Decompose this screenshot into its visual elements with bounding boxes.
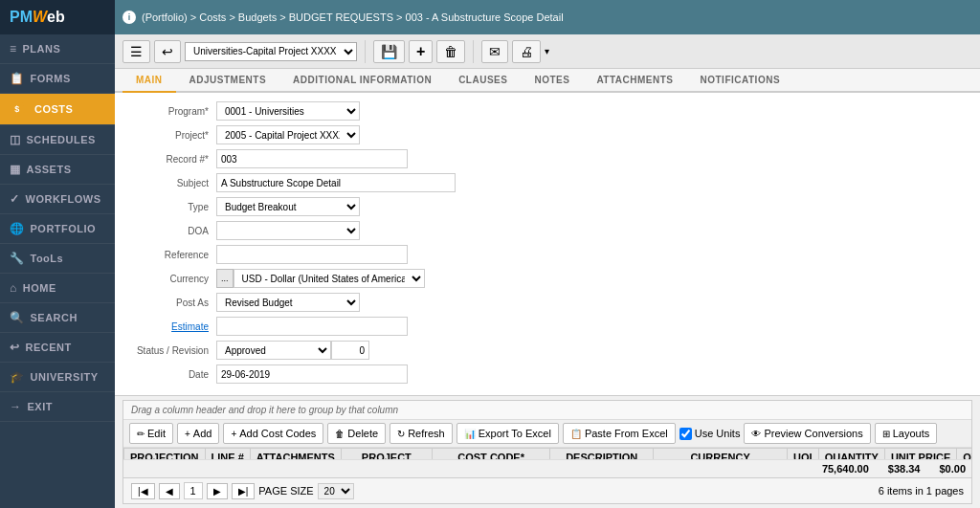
edit-button[interactable]: ✏ Edit [129, 423, 173, 444]
col-header-line[interactable]: LINE # [205, 449, 250, 460]
col-header-quantity[interactable]: QUANTITY [818, 449, 884, 460]
sidebar-item-label: HOME [23, 282, 56, 294]
paste-excel-button[interactable]: 📋 Paste From Excel [563, 423, 676, 444]
sidebar-item-costs[interactable]: $ COSTS [0, 94, 115, 125]
program-row: Program* 0001 - Universities [130, 100, 965, 121]
sidebar-item-plans[interactable]: PLANS [0, 34, 115, 64]
sidebar-item-label: COSTS [34, 103, 73, 115]
sidebar-item-recent[interactable]: ↩ RECENT [0, 333, 115, 363]
subject-row: Subject [130, 172, 965, 193]
col-header-uoi[interactable]: UOI [788, 449, 819, 460]
save-button[interactable]: 💾 [373, 40, 405, 63]
costs-icon: $ [10, 101, 25, 117]
sidebar-item-assets[interactable]: ▦ ASSETS [0, 155, 115, 185]
col-header-ownersbudget[interactable]: OWNER'S BUDGET [957, 449, 971, 460]
unit-price-total: $38.34 [888, 463, 921, 475]
tab-attachments[interactable]: ATTACHMENTS [583, 69, 686, 93]
sidebar-item-schedules[interactable]: ◫ SCHEDULES [0, 125, 115, 155]
use-units-toggle[interactable]: Use Units [679, 428, 741, 440]
col-header-unitprice[interactable]: UNIT PRICE [884, 449, 956, 460]
col-header-description[interactable]: DESCRIPTION [550, 449, 654, 460]
add-button[interactable]: + [409, 40, 433, 63]
tab-additional[interactable]: ADDITIONAL INFORMATION [279, 69, 445, 93]
tools-icon: 🔧 [10, 252, 25, 265]
sidebar-item-workflows[interactable]: ✓ WORKFLOWS [0, 185, 115, 214]
undo-button[interactable]: ↩ [154, 40, 181, 63]
search-icon: 🔍 [10, 311, 25, 324]
layouts-button[interactable]: ⊞ Layouts [875, 423, 938, 444]
program-select[interactable]: 0001 - Universities [216, 101, 360, 121]
col-header-attachments[interactable]: ATTACHMENTS [250, 449, 341, 460]
tab-clauses[interactable]: CLAUSES [445, 69, 521, 93]
type-select[interactable]: Budget Breakout [216, 197, 360, 216]
refresh-button[interactable]: ↻ Refresh [390, 423, 453, 444]
postas-select[interactable]: Revised Budget [216, 293, 360, 312]
list-view-button[interactable]: ☰ [122, 40, 150, 63]
tab-notes[interactable]: NOTES [521, 69, 583, 93]
date-input[interactable] [216, 364, 408, 384]
project-select[interactable]: 2005 - Capital Project XXXX [216, 125, 360, 144]
home-icon: ⌂ [10, 281, 17, 295]
sidebar-item-label: ASSETS [27, 164, 72, 175]
reference-input[interactable] [216, 245, 408, 264]
subject-input[interactable] [216, 173, 456, 192]
toolbar: ☰ ↩ Universities-Capital Project XXXX - … [115, 34, 980, 69]
col-header-project[interactable]: PROJECT [341, 449, 432, 460]
grid-add-button[interactable]: + Add [177, 423, 219, 444]
record-row: Record #* [130, 148, 965, 169]
currency-select[interactable]: USD - Dollar (United States of America) [234, 269, 425, 288]
estimate-link[interactable]: Estimate [171, 321, 209, 332]
export-excel-button[interactable]: 📊 Export To Excel [457, 423, 559, 444]
print-dropdown-arrow[interactable]: ▾ [545, 46, 549, 56]
program-label: Program* [130, 106, 216, 117]
page-size-select[interactable]: 20 [318, 483, 354, 499]
quantity-total: 75,640.00 [822, 463, 869, 475]
last-page-button[interactable]: ▶| [232, 483, 256, 499]
sidebar-item-home[interactable]: ⌂ HOME [0, 274, 115, 303]
col-header-currency[interactable]: CURRENCY [654, 449, 788, 460]
sidebar-item-forms[interactable]: 📋 FORMS [0, 64, 115, 94]
assets-icon: ▦ [10, 163, 21, 176]
record-input[interactable] [216, 149, 408, 168]
tabs: MAIN ADJUSTMENTS ADDITIONAL INFORMATION … [115, 69, 980, 93]
page-size-label: PAGE SIZE [258, 485, 313, 497]
status-select[interactable]: Approved [216, 341, 331, 360]
project-dropdown[interactable]: Universities-Capital Project XXXX - 0 ..… [185, 42, 357, 61]
sidebar: PMWeb PLANS 📋 FORMS $ COSTS ◫ SCHEDULES … [0, 0, 115, 508]
revision-input[interactable] [331, 341, 369, 360]
currency-ellipsis-button[interactable]: ... [216, 269, 234, 288]
estimate-input[interactable] [216, 317, 408, 336]
sidebar-item-label: PORTFOLIO [31, 223, 97, 234]
email-button[interactable]: ✉ [481, 40, 508, 63]
top-bar: i (Portfolio) > Costs > Budgets > BUDGET… [115, 0, 980, 34]
doa-select[interactable] [216, 221, 360, 240]
sidebar-item-tools[interactable]: 🔧 TooLs [0, 244, 115, 274]
grid-footer: 75,640.00 $38.34 $0.00 [123, 459, 971, 477]
sidebar-item-label: FORMS [31, 73, 71, 84]
doa-row: DOA [130, 220, 965, 241]
sidebar-item-search[interactable]: 🔍 SEARCH [0, 303, 115, 333]
delete-button[interactable]: 🗑 [436, 40, 465, 63]
estimate-label: Estimate [130, 321, 216, 332]
tab-notifications[interactable]: NOTIFICATIONS [687, 69, 794, 93]
sidebar-item-label: TooLs [31, 253, 64, 264]
grid-delete-button[interactable]: 🗑 Delete [327, 423, 386, 444]
first-page-button[interactable]: |◀ [131, 483, 155, 499]
tab-adjustments[interactable]: ADJUSTMENTS [176, 69, 280, 93]
next-page-button[interactable]: ▶ [207, 483, 228, 499]
add-cost-codes-button[interactable]: + Add Cost Codes [223, 423, 323, 444]
type-row: Type Budget Breakout [130, 196, 965, 217]
print-button[interactable]: 🖨 [512, 40, 541, 63]
sidebar-item-portfolio[interactable]: 🌐 PORTFOLIO [0, 214, 115, 244]
use-units-checkbox[interactable] [679, 428, 692, 440]
sidebar-item-exit[interactable]: → EXIT [0, 392, 115, 422]
tab-main[interactable]: MAIN [122, 69, 176, 93]
preview-conversions-button[interactable]: 👁 Preview Conversions [744, 423, 870, 444]
col-header-projection[interactable]: PROJECTION [124, 449, 206, 460]
prev-page-button[interactable]: ◀ [159, 483, 180, 499]
items-info: 6 items in 1 pages [879, 485, 964, 497]
col-header-costcode[interactable]: COST CODE* [432, 449, 550, 460]
grid-table-wrapper[interactable]: PROJECTION LINE # ATTACHMENTS PROJECT CO [123, 448, 971, 459]
sidebar-item-university[interactable]: 🎓 UNIVERSITY [0, 363, 115, 392]
forms-icon: 📋 [10, 72, 25, 85]
